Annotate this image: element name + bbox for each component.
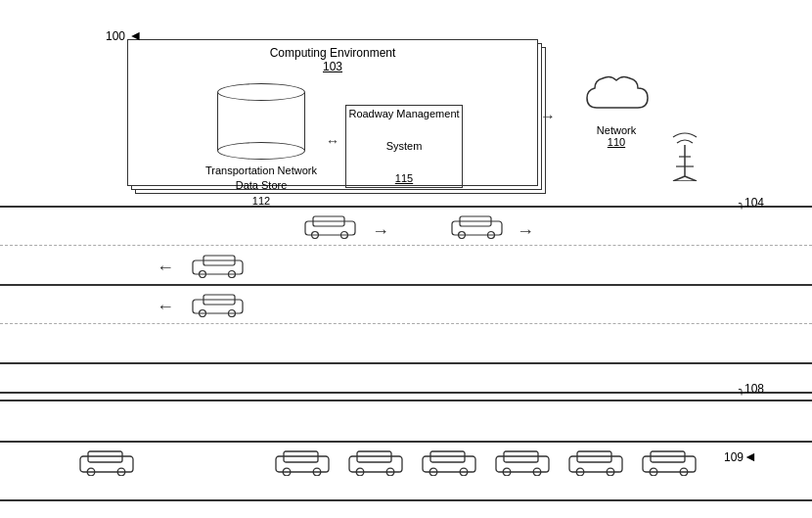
road-bottom-boundary2 (0, 400, 812, 401)
arrow-lane1-1: → (372, 221, 389, 242)
arrow-lane1-2: → (517, 221, 534, 242)
bottom-road-top (0, 441, 812, 443)
label-108: ╮108 (739, 382, 764, 396)
car-lane1-1 (303, 213, 357, 242)
env-title: Computing Environment 103 (128, 40, 537, 75)
car-svg-6 (274, 448, 331, 476)
cyl-bottom (217, 142, 305, 160)
label-109: 109◄ (724, 448, 757, 464)
cylinder (217, 83, 305, 160)
cyl-top (217, 83, 305, 101)
car-bottom-1 (78, 448, 135, 479)
arrow-lane2: ← (157, 258, 174, 278)
car-bottom-7 (641, 448, 698, 479)
road-bottom-boundary (0, 392, 812, 394)
lane3-divider (0, 323, 812, 324)
cell-tower (665, 127, 704, 184)
car-svg-11 (641, 448, 698, 476)
tower-svg (665, 127, 704, 181)
lane1-divider (0, 245, 812, 246)
arrow-100: ◄ (128, 27, 142, 43)
car-lane3-1 (191, 292, 245, 320)
car-svg-2 (450, 213, 504, 239)
env-to-network-arrow: → (540, 108, 556, 125)
diagram-container: Computing Environment 103 Transportation… (0, 0, 812, 518)
db-label: Transportation Network Data Store 112 (203, 164, 320, 209)
car-bottom-3 (347, 448, 404, 479)
arrow-lane3: ← (157, 297, 174, 317)
car-lane1-2 (450, 213, 504, 242)
car-svg-10 (567, 448, 624, 476)
car-svg-1 (303, 213, 357, 239)
lane4-divider (0, 362, 812, 364)
lane2-divider (0, 284, 812, 286)
network-group: Network 110 (577, 69, 655, 148)
rms-box: Roadway Management System 115 (345, 105, 463, 188)
car-svg-3 (191, 253, 245, 278)
car-svg-9 (494, 448, 551, 476)
car-svg-7 (347, 448, 404, 476)
env-subtitle: 103 (323, 60, 342, 73)
car-svg-4 (191, 292, 245, 317)
double-arrow: ↔ (326, 133, 339, 149)
car-bottom-2 (274, 448, 331, 479)
computing-environment-box: Computing Environment 103 Transportation… (127, 39, 538, 186)
car-bottom-4 (421, 448, 477, 479)
env-boxes: Transportation Network Data Store 112 ↔ … (128, 83, 537, 209)
cloud-svg (577, 69, 655, 122)
label-104: ╮104 (739, 196, 764, 210)
database-box: Transportation Network Data Store 112 (203, 83, 320, 209)
car-svg-8 (421, 448, 477, 476)
network-label: Network 110 (577, 124, 655, 148)
car-bottom-5 (494, 448, 551, 479)
car-bottom-6 (567, 448, 624, 479)
car-lane2-1 (191, 253, 245, 281)
bottom-road-bottom (0, 499, 812, 501)
label-100: 100 ◄ (106, 27, 142, 43)
car-svg-5 (78, 448, 135, 476)
